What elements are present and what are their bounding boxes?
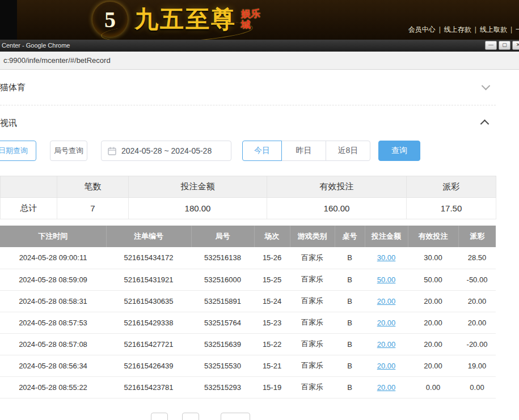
maximize-button[interactable]: ▢ (499, 41, 510, 50)
cell-table: B (335, 269, 365, 290)
cell-order: 521615427721 (106, 333, 191, 355)
minimize-button[interactable]: — (485, 41, 497, 50)
bet-amount-link[interactable]: 50.00 (377, 275, 396, 284)
date-range-input[interactable]: 2024-05-28 ~ 2024-05-28 (101, 141, 231, 161)
cell-table: B (335, 355, 365, 376)
cell-order: 521615431921 (106, 269, 191, 290)
pagination-next-button[interactable] (221, 413, 250, 420)
pagination-prev-button[interactable] (151, 413, 168, 420)
header-valid-bet: 有效投注 (408, 226, 458, 247)
summary-table: 笔数 投注金额 有效投注 派彩 总计 7 180.00 160.00 17.50 (0, 176, 496, 219)
cell-order: 521615423781 (106, 376, 191, 398)
summary-header-valid: 有效投注 (267, 176, 407, 198)
cell-time: 2024-05-28 08:56:34 (0, 355, 106, 376)
summary-total-payout: 17.50 (407, 198, 496, 219)
cell-game: 百家乐 (290, 247, 335, 269)
last8days-button[interactable]: 近8日 (326, 141, 370, 161)
casino-logo: 5 九五至尊 娱乐城 (92, 2, 264, 37)
browser-urlbar: c:9900/infe/mcenter/#/betRecord (0, 52, 519, 70)
header-bet-amount: 投注金额 (365, 226, 408, 247)
summary-total-label: 总计 (1, 198, 57, 219)
table-row: 2024-05-28 08:58:31 521615430635 5325158… (0, 290, 496, 312)
summary-total-count: 7 (57, 198, 129, 219)
cell-session: 15-22 (254, 333, 290, 355)
summary-header-blank (1, 176, 57, 198)
cell-game: 百家乐 (290, 290, 335, 312)
cell-time: 2024-05-28 08:57:53 (0, 312, 106, 333)
chevron-down-icon[interactable] (482, 82, 491, 91)
cell-time: 2024-05-28 08:59:09 (0, 269, 106, 290)
cell-payout: 28.50 (458, 247, 496, 269)
pagination-page-button[interactable] (182, 413, 199, 420)
cell-order: 521615429338 (106, 312, 191, 333)
search-button[interactable]: 查询 (378, 141, 420, 161)
cell-payout: 20.00 (458, 312, 496, 333)
cell-round: 532516000 (191, 269, 254, 290)
quick-date-group: 今日 昨日 近8日 (242, 141, 370, 161)
summary-total-bet: 180.00 (129, 198, 267, 219)
address-bar[interactable]: c:9900/infe/mcenter/#/betRecord (3, 56, 111, 65)
section-divider (0, 105, 496, 105)
section-video-label[interactable]: 视讯 (0, 118, 17, 129)
bet-amount-link[interactable]: 20.00 (377, 319, 396, 327)
cell-session: 15-26 (254, 247, 290, 269)
bet-amount-link[interactable]: 20.00 (377, 297, 396, 306)
nav-online-withdraw[interactable]: 线上取款 (480, 26, 507, 33)
table-row: 2024-05-28 08:57:53 521615429338 5325157… (0, 312, 496, 333)
chevron-up-icon[interactable] (480, 120, 490, 129)
cell-valid: 30.00 (408, 247, 458, 269)
summary-header-count: 笔数 (57, 176, 129, 198)
cell-session: 15-24 (254, 290, 290, 312)
close-button[interactable]: ✕ (512, 41, 519, 50)
logo-badge: 娱乐城 (241, 9, 264, 30)
nav-member-center[interactable]: 会员中心 (408, 26, 436, 33)
cell-table: B (335, 247, 365, 269)
header-payout: 派彩 (458, 226, 496, 247)
cell-payout: 20.00 (458, 290, 496, 312)
nav-cutoff-link[interactable]: 一 (516, 26, 519, 33)
header-game-type: 游戏类别 (290, 226, 335, 247)
yesterday-button[interactable]: 昨日 (281, 141, 326, 161)
header-round-no: 局号 (191, 226, 254, 247)
section-sports-label[interactable]: 猫体育 (0, 82, 26, 93)
cell-valid: 50.00 (408, 269, 458, 290)
cell-order: 521615430635 (106, 290, 191, 312)
header-corner-block (0, 0, 17, 40)
today-button[interactable]: 今日 (242, 141, 282, 161)
bet-amount-link[interactable]: 30.00 (377, 253, 396, 262)
cell-table: B (335, 290, 365, 312)
nav-online-deposit[interactable]: 线上存款 (444, 26, 471, 33)
date-query-button[interactable]: 日期查询 (0, 141, 36, 161)
cell-table: B (335, 376, 365, 398)
table-row: 2024-05-28 09:00:11 521615434172 5325161… (0, 247, 496, 269)
cell-time: 2024-05-28 08:55:22 (0, 376, 106, 398)
calendar-icon (108, 147, 116, 155)
cell-time: 2024-05-28 08:58:31 (0, 290, 106, 312)
bet-amount-link[interactable]: 20.00 (377, 340, 396, 349)
header-table-no: 桌号 (335, 226, 365, 247)
cell-session: 15-19 (254, 376, 290, 398)
cell-valid: 0.00 (408, 376, 458, 398)
table-row: 2024-05-28 08:59:09 521615431921 5325160… (0, 269, 496, 290)
bet-amount-link[interactable]: 20.00 (377, 362, 396, 370)
cell-round: 532515891 (191, 290, 254, 312)
cell-game: 百家乐 (290, 333, 335, 355)
nav-separator: | (510, 26, 512, 33)
cell-table: B (335, 333, 365, 355)
screen: 5 九五至尊 娱乐城 会员中心|线上存款|线上取款|一 Center - Goo… (0, 0, 519, 420)
summary-header-bet: 投注金额 (129, 176, 267, 198)
cell-order: 521615434172 (106, 247, 191, 269)
round-query-button[interactable]: 局号查询 (50, 141, 87, 161)
header-bet-time: 下注时间 (0, 226, 106, 247)
cell-order: 521615426439 (106, 355, 191, 376)
bet-amount-link[interactable]: 20.00 (377, 383, 396, 392)
cell-game: 百家乐 (290, 312, 335, 333)
cell-session: 15-25 (254, 269, 290, 290)
cell-session: 15-21 (254, 355, 290, 376)
window-controls: — ▢ ✕ (485, 41, 519, 50)
cell-valid: 20.00 (408, 355, 458, 376)
summary-total-valid: 160.00 (267, 198, 407, 219)
cell-time: 2024-05-28 09:00:11 (0, 247, 106, 269)
browser-titlebar: Center - Google Chrome — ▢ ✕ (0, 40, 519, 52)
header-order-no: 注单编号 (106, 226, 191, 247)
